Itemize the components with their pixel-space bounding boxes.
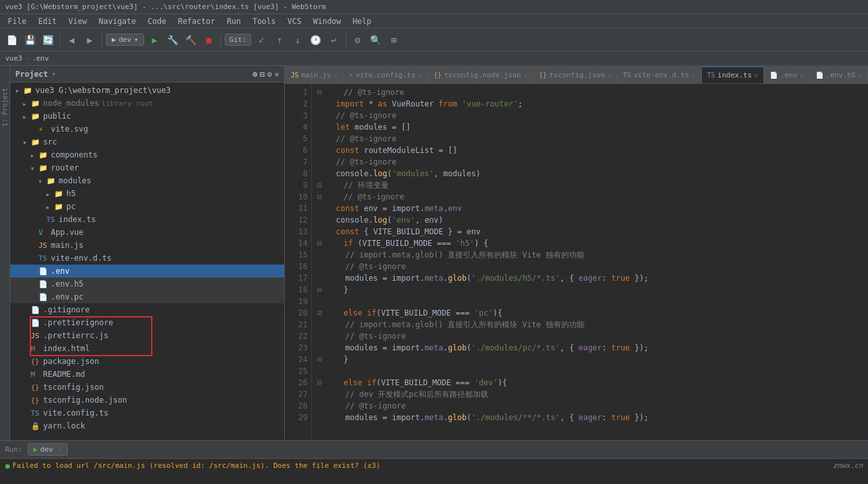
toolbar-git-undo-btn[interactable]: ↩ xyxy=(326,32,342,48)
tree-readme[interactable]: M README.md xyxy=(10,368,284,381)
toolbar-git-history-btn[interactable]: 🕐 xyxy=(308,32,324,48)
tab-env-icon: 📄 xyxy=(770,72,778,79)
menu-vcs[interactable]: VCS xyxy=(282,15,307,27)
tree-modules[interactable]: 📁 modules xyxy=(10,174,284,187)
tree-prettierrc[interactable]: JS .prettierrc.js xyxy=(10,329,284,342)
tree-package-json[interactable]: {} package.json xyxy=(10,355,284,368)
panel-actions: ⊕ ⊟ ⚙ ✕ xyxy=(253,70,279,79)
tab-indexts-close[interactable]: ✕ xyxy=(754,72,758,79)
code-line-27: // dev 开发模式pc和后所有路径都加载 xyxy=(317,388,863,400)
panel-collapse-btn[interactable]: ⊟ xyxy=(260,70,264,79)
code-line-19 xyxy=(317,296,863,307)
menu-refactor[interactable]: Refactor xyxy=(172,15,220,27)
tree-env-pc[interactable]: 📄 .env.pc xyxy=(10,290,284,303)
toolbar-git-check-btn[interactable]: ✓ xyxy=(254,32,269,48)
code-line-4: let modules = [] xyxy=(317,121,863,133)
tree-tsconfig[interactable]: {} tsconfig.json xyxy=(10,381,284,394)
panel-close-btn[interactable]: ✕ xyxy=(274,70,279,79)
breadcrumb-project[interactable]: vue3 xyxy=(5,54,23,63)
code-content[interactable]: ⊟ // @ts-ignore import * as VueRouter fr… xyxy=(312,84,868,440)
tree-app-vue[interactable]: V App.vue xyxy=(10,226,284,239)
menu-window[interactable]: Window xyxy=(308,15,346,27)
tab-viteenv-close[interactable]: ✕ xyxy=(692,72,696,79)
menu-help[interactable]: Help xyxy=(347,15,377,27)
toolbar-search-btn[interactable]: 🔍 xyxy=(368,32,384,48)
tab-viteconfig-label: vite.config.ts xyxy=(356,71,416,79)
tab-tsconfignode-close[interactable]: ✕ xyxy=(524,72,528,79)
toolbar-git-pull-btn[interactable]: ↓ xyxy=(290,32,305,48)
toolbar-play-btn[interactable]: ▶ xyxy=(147,32,162,48)
tree-env[interactable]: 📄 .env xyxy=(10,265,284,277)
toolbar-save-btn[interactable]: 💾 xyxy=(22,32,37,48)
toolbar-sep3 xyxy=(220,34,221,46)
toolbar-update-btn[interactable]: 🔧 xyxy=(165,32,180,48)
tree-public[interactable]: 📁 public xyxy=(10,110,284,123)
tree-router-index[interactable]: TS index.ts xyxy=(10,213,284,226)
tree-vite-config[interactable]: TS vite.config.ts xyxy=(10,407,284,419)
tree-main-js[interactable]: JS main.js xyxy=(10,239,284,252)
tree-vite-env[interactable]: TS vite-env.d.ts xyxy=(10,252,284,265)
menu-edit[interactable]: Edit xyxy=(33,15,62,27)
tab-vite-env[interactable]: TS vite-env.d.ts ✕ xyxy=(617,66,701,83)
tree-components[interactable]: 📁 components xyxy=(10,148,284,161)
ln-24: 24 xyxy=(285,354,307,365)
tab-env-close[interactable]: ✕ xyxy=(800,72,804,79)
tab-vite-config[interactable]: ⚡ vite.config.ts ✕ xyxy=(344,66,428,83)
vitesvg-icon: ⚡ xyxy=(39,125,49,134)
toolbar-build-btn[interactable]: 🔨 xyxy=(183,32,198,48)
menu-file[interactable]: File xyxy=(3,15,32,27)
tab-mainjs-close[interactable]: ✕ xyxy=(334,72,338,79)
toolbar-forward-btn[interactable]: ▶ xyxy=(82,32,98,48)
tab-envh5-close[interactable]: ✕ xyxy=(858,72,862,79)
panel-settings-btn[interactable]: ⚙ xyxy=(267,70,272,79)
toolbar-services-btn[interactable]: ⊞ xyxy=(386,32,402,48)
ln-23: 23 xyxy=(285,342,307,354)
code-line-18: ⊟ } xyxy=(317,284,863,296)
ln-17: 17 xyxy=(285,272,307,284)
tab-env-h5[interactable]: 📄 .env.h5 ✕ xyxy=(810,66,868,83)
menu-navigate[interactable]: Navigate xyxy=(94,15,141,27)
tree-vite-svg[interactable]: ⚡ vite.svg xyxy=(10,123,284,136)
ln-3: 3 xyxy=(285,110,307,121)
menu-tools[interactable]: Tools xyxy=(247,15,281,27)
project-strip-label[interactable]: 1: Project xyxy=(1,88,8,126)
toolbar-back-btn[interactable]: ◀ xyxy=(64,32,79,48)
run-bar: Run: ▶ dev ✕ xyxy=(0,440,868,458)
appvue-label: App.vue xyxy=(51,228,84,237)
toolbar-new-btn[interactable]: 📄 xyxy=(4,32,19,48)
tree-prettierignore[interactable]: 📄 .prettierignore xyxy=(10,316,284,329)
tree-gitignore[interactable]: 📄 .gitignore xyxy=(10,303,284,316)
run-dev-tab[interactable]: ▶ dev ✕ xyxy=(28,443,68,456)
toolbar-git-push-btn[interactable]: ↑ xyxy=(272,32,287,48)
tab-main-js[interactable]: JS main.js ✕ xyxy=(285,66,343,83)
tab-tsconfig[interactable]: {} tsconfig.json ✕ xyxy=(533,66,617,83)
menu-view[interactable]: View xyxy=(63,15,92,27)
tree-node-modules[interactable]: 📁 node_modules library root xyxy=(10,97,284,110)
tree-pc[interactable]: 📁 pc xyxy=(10,200,284,213)
console-status-icon: ● xyxy=(5,461,10,470)
run-tab-close[interactable]: ✕ xyxy=(58,446,62,453)
tab-tsconfig-node[interactable]: {} tsconfig.node.json ✕ xyxy=(428,66,533,83)
toolbar-run-config-btn[interactable]: ▶ dev ▾ xyxy=(106,34,144,46)
tab-tsconfig-close[interactable]: ✕ xyxy=(608,72,612,79)
tree-router[interactable]: 📁 router xyxy=(10,161,284,174)
tree-env-h5[interactable]: 📄 .env.h5 xyxy=(10,277,284,290)
tab-env[interactable]: 📄 .env ✕ xyxy=(764,66,810,83)
breadcrumb-file[interactable]: .env xyxy=(32,54,49,63)
pc-label: pc xyxy=(67,202,76,211)
toolbar-settings-btn[interactable]: ⚙ xyxy=(350,32,366,48)
toolbar-sync-btn[interactable]: 🔄 xyxy=(40,32,56,48)
tree-index-html[interactable]: H index.html xyxy=(10,342,284,355)
project-dropdown-icon[interactable]: ▾ xyxy=(52,70,56,77)
toolbar-stop-btn[interactable]: ■ xyxy=(201,32,216,48)
panel-locate-btn[interactable]: ⊕ xyxy=(253,70,257,79)
tree-yarn-lock[interactable]: 🔒 yarn.lock xyxy=(10,419,284,432)
tree-src[interactable]: 📁 src xyxy=(10,136,284,148)
tree-h5[interactable]: 📁 h5 xyxy=(10,187,284,200)
menu-run[interactable]: Run xyxy=(222,15,246,27)
tree-tsconfig-node[interactable]: {} tsconfig.node.json xyxy=(10,394,284,407)
tab-viteconfig-close[interactable]: ✕ xyxy=(418,72,422,79)
menu-code[interactable]: Code xyxy=(143,15,172,27)
tab-index-ts[interactable]: TS index.ts ✕ xyxy=(701,66,764,83)
tree-root[interactable]: 📁 vue3 G:\webstorm_project\vue3 xyxy=(10,84,284,97)
